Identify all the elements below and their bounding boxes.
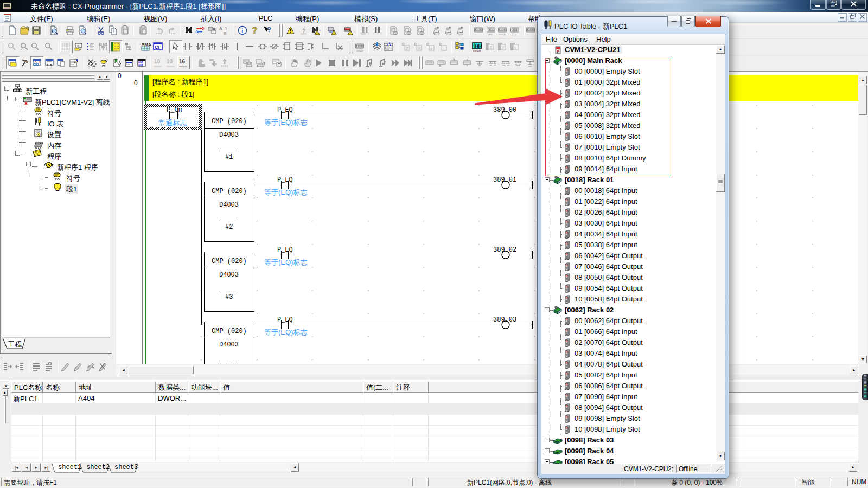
svg-text:w: w [76, 44, 80, 47]
svg-text:d::p: d::p [512, 33, 516, 36]
svg-text:CMP (020): CMP (020) [212, 258, 247, 265]
svg-text:rom: rom [361, 32, 366, 35]
svg-text:D4003: D4003 [219, 271, 239, 279]
svg-text:P_EQ: P_EQ [277, 316, 293, 324]
svg-text:002: 002 [138, 63, 143, 67]
svg-text:D4003: D4003 [219, 341, 239, 349]
svg-text:A: A [219, 26, 222, 31]
svg-text:B: B [224, 31, 227, 36]
svg-text:Z: Z [489, 45, 492, 50]
svg-text:P_EQ: P_EQ [277, 106, 293, 114]
svg-text:rom: rom [301, 32, 306, 35]
svg-text:等于(EQ)标志: 等于(EQ)标志 [264, 188, 307, 196]
svg-text:#2: #2 [225, 223, 233, 231]
svg-text:#3: #3 [225, 293, 233, 301]
svg-text:P_EQ: P_EQ [277, 176, 293, 184]
svg-text:roron: roron [499, 33, 506, 36]
svg-text:Z: Z [406, 46, 409, 51]
svg-text:10: 10 [154, 59, 161, 65]
svg-text:389.02: 389.02 [493, 246, 516, 254]
svg-text:等于(EQ)标志: 等于(EQ)标志 [264, 328, 307, 336]
svg-text:vvv: vvv [488, 33, 493, 36]
svg-text:等于(EQ)标志: 等于(EQ)标志 [264, 258, 307, 266]
svg-text:#4: #4 [225, 363, 233, 364]
svg-text:X: X [418, 46, 421, 51]
svg-text:HH: HH [475, 43, 482, 49]
svg-text:#1: #1 [225, 153, 233, 161]
svg-text:v: v [430, 46, 432, 51]
svg-text:CMP (020): CMP (020) [212, 118, 247, 125]
svg-text:?: ? [252, 25, 257, 36]
svg-text:v: v [514, 45, 516, 50]
svg-text:roron: roron [356, 49, 363, 52]
svg-text:389.03: 389.03 [493, 316, 516, 324]
svg-text:roron: roron [179, 65, 187, 68]
svg-text:roron: roron [154, 65, 162, 68]
svg-text:D4003: D4003 [219, 201, 239, 209]
svg-text:P_EQ: P_EQ [277, 246, 293, 254]
svg-text:D4003: D4003 [219, 131, 239, 139]
svg-text:16: 16 [179, 59, 186, 65]
svg-text:CI: CI [155, 44, 159, 50]
svg-text:等于(EQ)标志: 等于(EQ)标志 [264, 118, 307, 126]
svg-text:X: X [502, 45, 505, 50]
svg-text:-: - [443, 46, 444, 51]
svg-text:roron: roron [473, 49, 481, 52]
svg-text:CMP (020): CMP (020) [212, 188, 247, 195]
svg-text:10: 10 [167, 59, 173, 65]
svg-text:?: ? [267, 25, 271, 34]
svg-text:roron: roron [167, 65, 174, 68]
svg-text:389.01: 389.01 [493, 176, 516, 184]
svg-text:CMP (020): CMP (020) [212, 328, 247, 335]
